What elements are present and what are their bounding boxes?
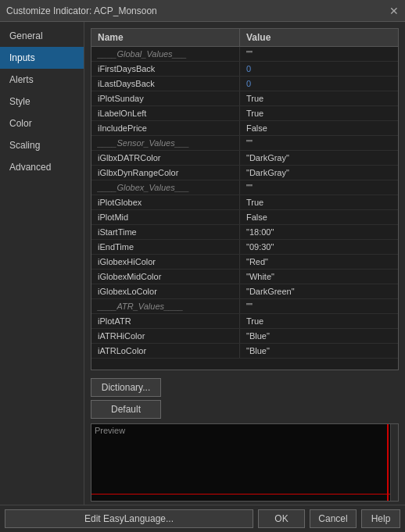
cell-name: iATRHiColor [91, 329, 240, 343]
table-row[interactable]: iPlotMidFalse [91, 210, 398, 225]
cell-value: "DarkGray" [240, 151, 398, 165]
sidebar-item-alerts[interactable]: Alerts [0, 69, 84, 91]
cell-value: False [240, 210, 398, 224]
cancel-button[interactable]: Cancel [310, 509, 357, 528]
cell-value: 0 [240, 62, 398, 76]
sidebar-item-scaling[interactable]: Scaling [0, 134, 84, 156]
sidebar: GeneralInputsAlertsStyleColorScalingAdva… [0, 22, 84, 505]
cell-name: ____Globex_Values___ [91, 180, 240, 195]
titlebar: Customize Indicator: ACP_Monsoon ✕ [0, 0, 405, 22]
cell-value: True [240, 91, 398, 105]
cell-name: iLastDaysBack [91, 77, 240, 91]
cell-name: ____ATR_Values____ [91, 299, 240, 313]
table-row[interactable]: iGlobexHiColor"Red" [91, 255, 398, 270]
cell-name: iGlbxDATRColor [91, 151, 240, 165]
cell-name: iLabelOnLeft [91, 106, 240, 120]
dictionary-button[interactable]: Dictionary... [91, 378, 161, 397]
sidebar-item-advanced[interactable]: Advanced [0, 156, 84, 178]
table-row[interactable]: iGlbxDATRColor"DarkGray" [91, 151, 398, 166]
table-row[interactable]: ____ATR_Values____"" [91, 299, 398, 314]
table-row[interactable]: iATRLoColor"Blue" [91, 344, 398, 359]
table-row[interactable]: ____Global_Values___"" [91, 47, 398, 62]
preview-section: Preview [91, 423, 399, 502]
cell-name: ____Sensor_Values___ [91, 136, 240, 150]
sidebar-item-inputs[interactable]: Inputs [0, 47, 84, 69]
cell-value: 0 [240, 77, 398, 91]
action-buttons: Dictionary... Default [84, 373, 405, 423]
cell-name: iPlotMid [91, 210, 240, 224]
table-row[interactable]: iGlobexLoColor"DarkGreen" [91, 284, 398, 299]
main-layout: GeneralInputsAlertsStyleColorScalingAdva… [0, 22, 405, 505]
inputs-table: Name Value ____Global_Values___""iFirstD… [91, 28, 399, 370]
cell-name: iStartTime [91, 225, 240, 239]
cell-name: iFirstDaysBack [91, 62, 240, 76]
col-value-header: Value [240, 29, 398, 46]
cell-name: iGlobexLoColor [91, 284, 240, 298]
cell-name: iGlobexHiColor [91, 255, 240, 269]
cell-value: "" [240, 136, 398, 150]
table-row[interactable]: iEndTime"09:30" [91, 240, 398, 255]
table-row[interactable]: ____Globex_Values___"" [91, 180, 398, 195]
window-title: Customize Indicator: ACP_Monsoon [6, 5, 157, 16]
table-header: Name Value [91, 29, 398, 47]
sidebar-item-color[interactable]: Color [0, 112, 84, 134]
table-row[interactable]: iIncludePriceFalse [91, 121, 398, 136]
cell-value: "18:00" [240, 225, 398, 239]
cell-value: True [240, 314, 398, 328]
cell-value: "Blue" [240, 344, 398, 358]
cell-value: True [240, 195, 398, 209]
table-row[interactable]: ____Sensor_Values___"" [91, 136, 398, 151]
cell-name: ____Global_Values___ [91, 47, 240, 61]
cell-value: "" [240, 47, 398, 61]
table-row[interactable]: iGlbxDynRangeColor"DarkGray" [91, 166, 398, 180]
cell-value: False [240, 121, 398, 135]
cell-name: iEndTime [91, 240, 240, 254]
close-button[interactable]: ✕ [389, 5, 399, 17]
cell-name: iATRLoColor [91, 344, 240, 358]
preview-label: Preview [95, 426, 125, 435]
col-name-header: Name [91, 29, 240, 46]
cell-name: iGlbxDynRangeColor [91, 166, 240, 180]
table-row[interactable]: iPlotGlobexTrue [91, 195, 398, 210]
table-row[interactable]: iGlobexMidColor"White" [91, 270, 398, 284]
cell-value: "DarkGreen" [240, 284, 398, 298]
table-row[interactable]: iPlotATRTrue [91, 314, 398, 329]
table-row[interactable]: iLabelOnLeftTrue [91, 106, 398, 121]
cell-value: "09:30" [240, 240, 398, 254]
sidebar-item-style[interactable]: Style [0, 91, 84, 112]
cell-name: iPlotGlobex [91, 195, 240, 209]
cell-value: "DarkGray" [240, 166, 398, 180]
cell-name: iGlobexMidColor [91, 270, 240, 284]
cell-value: "White" [240, 270, 398, 284]
preview-red-horizontal-line [91, 494, 398, 495]
cell-value: "Blue" [240, 329, 398, 343]
default-button[interactable]: Default [91, 400, 161, 419]
preview-canvas: Preview [91, 424, 398, 501]
cell-value: True [240, 106, 398, 120]
sidebar-item-general[interactable]: General [0, 25, 84, 47]
cell-value: "" [240, 180, 398, 195]
table-row[interactable]: iLastDaysBack0 [91, 77, 398, 91]
table-body[interactable]: ____Global_Values___""iFirstDaysBack0iLa… [91, 47, 398, 367]
edit-easylanguage-button[interactable]: Edit EasyLanguage... [5, 509, 253, 528]
table-row[interactable]: iPlotSundayTrue [91, 91, 398, 106]
preview-scrollbar[interactable] [390, 424, 398, 501]
cell-value: "Red" [240, 255, 398, 269]
help-button[interactable]: Help [361, 509, 400, 528]
cell-name: iIncludePrice [91, 121, 240, 135]
ok-button[interactable]: OK [258, 509, 305, 528]
preview-red-vertical-line [387, 424, 389, 501]
content-area: Name Value ____Global_Values___""iFirstD… [84, 22, 405, 505]
table-row[interactable]: iStartTime"18:00" [91, 225, 398, 240]
table-row[interactable]: iATRHiColor"Blue" [91, 329, 398, 344]
bottom-bar: Edit EasyLanguage... OK Cancel Help [0, 505, 405, 532]
cell-name: iPlotATR [91, 314, 240, 328]
cell-name: iPlotSunday [91, 91, 240, 105]
cell-value: "" [240, 299, 398, 313]
table-row[interactable]: iFirstDaysBack0 [91, 62, 398, 77]
